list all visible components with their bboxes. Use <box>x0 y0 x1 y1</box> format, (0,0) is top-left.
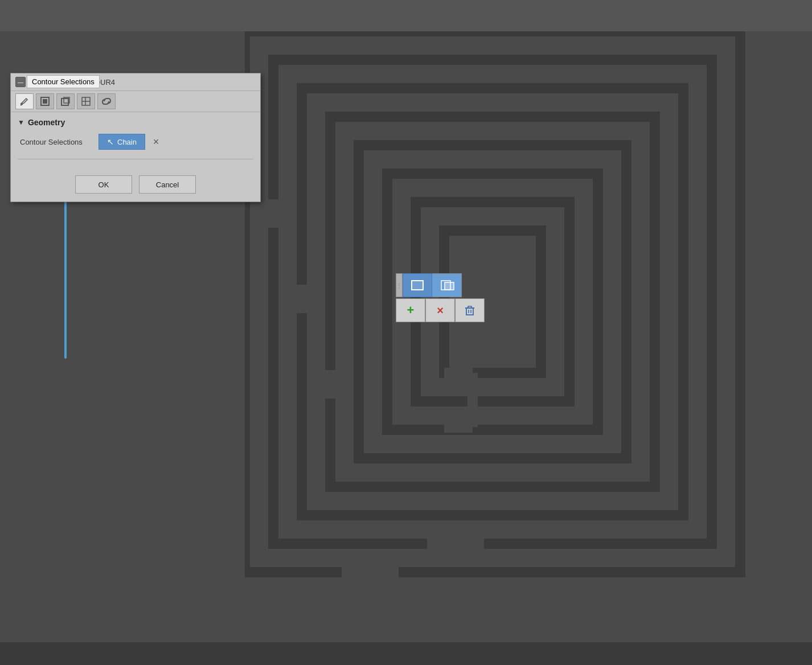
toolbar-handle[interactable]: ⋮ <box>396 273 403 297</box>
inline-toolbar[interactable]: ⋮ + × <box>396 273 485 322</box>
toolbar-row-actions: + × <box>396 298 485 322</box>
toolbar-link-button[interactable] <box>97 93 116 109</box>
dialog-separator <box>18 159 253 159</box>
svg-rect-25 <box>468 306 471 308</box>
chain-button-label: Chain <box>117 138 137 146</box>
add-button[interactable]: + <box>396 298 425 322</box>
toolbar-box2-button[interactable] <box>56 93 75 109</box>
dialog-body: ▼ Geometry Contour Selections ↖ Chain × <box>11 112 260 173</box>
contour-selections-row: Contour Selections ↖ Chain × <box>18 134 253 150</box>
select-chain-button[interactable] <box>432 273 462 297</box>
geometry-section-title: Geometry <box>28 118 65 127</box>
svg-rect-31 <box>61 98 68 105</box>
svg-rect-22 <box>445 282 454 290</box>
tooltip-text: Contour Selections <box>32 77 95 86</box>
contour-dialog: — CONTOUR : CONTOUR4 Contour Selections <box>10 73 261 202</box>
3d-viewport: .maze-stroke { fill: none; stroke: #3a3a… <box>0 0 812 665</box>
dialog-footer: OK Cancel <box>11 173 260 202</box>
svg-rect-20 <box>412 281 423 290</box>
toolbar-box1-button[interactable] <box>36 93 54 109</box>
section-collapse-arrow[interactable]: ▼ <box>18 118 24 126</box>
toolbar-grid-button[interactable] <box>77 93 95 109</box>
remove-button[interactable]: × <box>425 298 455 322</box>
geometry-section-header: ▼ Geometry <box>18 118 253 127</box>
chain-button[interactable]: ↖ Chain <box>99 134 145 150</box>
cancel-button[interactable]: Cancel <box>139 175 196 194</box>
svg-rect-23 <box>466 308 473 315</box>
delete-button[interactable] <box>455 298 485 322</box>
cursor-icon: ↖ <box>107 137 114 146</box>
ok-button[interactable]: OK <box>75 175 132 194</box>
dialog-toolbar <box>11 91 260 112</box>
tooltip: Contour Selections <box>27 75 100 88</box>
toolbar-pen-button[interactable] <box>15 93 34 109</box>
svg-rect-18 <box>0 0 812 31</box>
svg-rect-30 <box>43 99 47 104</box>
dialog-close-button[interactable]: — <box>15 77 26 87</box>
select-single-button[interactable] <box>403 273 432 297</box>
svg-rect-1 <box>273 60 712 544</box>
toolbar-row-selectors: ⋮ <box>396 273 485 297</box>
bottom-status-bar <box>0 642 812 665</box>
add-icon: + <box>407 303 415 318</box>
close-icon: — <box>18 79 23 85</box>
clear-button[interactable]: × <box>150 136 162 148</box>
contour-selections-label: Contour Selections <box>20 138 94 146</box>
dialog-toolbar-container: Contour Selections <box>11 91 260 112</box>
remove-icon: × <box>437 304 444 317</box>
